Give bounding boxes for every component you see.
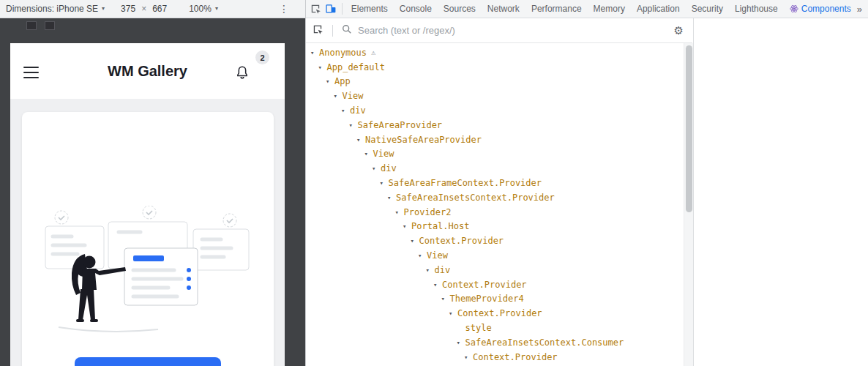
chevron-down-icon: ▾ [102,6,105,12]
tab-application[interactable]: Application [631,0,686,18]
component-name: SafeAreaProvider [358,120,443,130]
devtools-window: Dimensions: iPhone SE ▾ 375 × 667 100% ▾… [0,0,868,366]
expander-icon[interactable]: ▾ [387,194,396,201]
tab-lighthouse[interactable]: Lighthouse [729,0,784,18]
expander-icon[interactable]: ▾ [334,92,343,100]
devtools-panel: ElementsConsoleSourcesNetworkPerformance… [305,0,868,366]
tab-label: Sources [444,4,476,14]
expander-icon[interactable]: ▾ [364,150,373,157]
tree-node[interactable]: ▾SafeAreaProvider [306,118,684,132]
tree-node[interactable]: ▾div [306,103,684,118]
scrollbar[interactable] [684,43,693,366]
tab-network[interactable]: Network [482,0,525,18]
more-tabs-icon[interactable]: » [857,4,862,15]
react-logo-icon [790,4,798,13]
select-element-icon[interactable] [312,23,323,38]
tree-node[interactable]: ▾NativeSafeAreaProvider [306,132,684,147]
decoration-square [26,21,37,30]
expander-icon[interactable]: ▾ [464,354,473,361]
components-search-bar: Search (text or /regex/) ⚙ [306,18,692,43]
tab-label: Performance [531,4,582,14]
tree-node[interactable]: ▾Portal.Host [306,220,684,234]
device-height-input[interactable]: 667 [152,4,167,14]
settings-gear-icon[interactable]: ⚙ [674,24,684,37]
tree-node[interactable]: ▾App_default [306,60,684,75]
tree-node[interactable]: ▾Context.Provider [306,234,684,248]
tab-elements[interactable]: Elements [345,0,394,18]
component-tree: ▾Anonymous⚠▾App_default▾App▾View▾div▾Saf… [306,43,684,366]
tab-label: Lighthouse [735,4,778,14]
tree-node[interactable]: ▾View [306,147,684,162]
tree-node[interactable]: ▾Context.Provider [306,350,684,365]
device-toolbar-toggle-icon[interactable] [323,0,338,18]
component-name: SafeAreaInsetsContext.Provider [396,193,555,203]
devtools-tab-strip: ElementsConsoleSourcesNetworkPerformance… [345,0,857,18]
tree-node[interactable]: ▾SafeAreaInsetsContext.Consumer [306,335,684,350]
tree-node[interactable]: ▾div [306,263,684,277]
search-divider [332,25,333,37]
expander-icon[interactable]: ▾ [310,49,319,56]
tab-memory[interactable]: Memory [588,0,631,18]
notifications-bell-icon[interactable] [235,64,250,84]
expander-icon[interactable]: ▾ [395,209,404,216]
expander-icon[interactable]: ▾ [341,107,350,114]
expander-icon[interactable]: ▾ [441,295,450,302]
component-name: div [381,163,397,173]
expander-icon[interactable]: ▾ [418,252,427,259]
device-type-select[interactable]: Dimensions: iPhone SE ▾ [6,4,105,14]
device-type-label: Dimensions: iPhone SE [6,4,98,14]
tab-security[interactable]: Security [686,0,729,18]
dimension-separator: × [141,4,146,14]
tree-node[interactable]: ▾ThemeProvider4 [306,292,684,307]
tree-node[interactable]: ▾SafeAreaInsetsContext.Provider [306,190,684,205]
tree-node[interactable]: ▾Context.Provider [306,306,684,321]
tree-node[interactable]: ▾View [306,89,684,103]
tree-node[interactable]: ▾View [306,248,684,263]
tab-performance[interactable]: Performance [525,0,588,18]
tab-console[interactable]: Console [394,0,438,18]
component-name: Context.Provider [457,308,542,318]
component-name: SafeAreaFrameContext.Provider [389,178,542,188]
tree-node[interactable]: ▾SafeAreaFrameContext.Provider [306,176,684,190]
expander-icon[interactable]: ▾ [457,339,465,346]
component-name: ThemeProvider4 [450,294,524,304]
device-toolbar-menu-icon[interactable]: ⋮ [279,3,289,15]
expander-icon[interactable]: ▾ [449,310,457,317]
expander-icon[interactable]: ▾ [411,237,419,244]
devtools-tabbar: ElementsConsoleSourcesNetworkPerformance… [306,0,868,18]
tree-node[interactable]: ▾Context.Provider [306,277,684,292]
zoom-select[interactable]: 100% ▾ [189,4,218,14]
warning-icon: ⚠ [371,48,375,56]
component-name: div [435,265,451,275]
expander-icon[interactable]: ▾ [403,223,411,230]
tree-node[interactable]: ▾style [306,321,684,335]
tree-node[interactable]: ▾App [306,75,684,89]
component-name: App [334,76,351,86]
tab-sources[interactable]: Sources [438,0,482,18]
tree-node[interactable]: ▾div [306,161,684,176]
primary-action-button[interactable] [75,357,221,366]
component-name: Portal.Host [411,221,469,231]
component-name: View [427,250,448,261]
inspect-element-icon[interactable] [307,0,323,18]
search-input[interactable]: Search (text or /regex/) [358,25,668,36]
expander-icon[interactable]: ▾ [318,64,327,71]
expander-icon[interactable]: ▾ [349,122,358,129]
expander-icon[interactable]: ▾ [372,165,381,172]
zoom-value: 100% [189,4,212,14]
notification-badge: 2 [255,51,269,64]
expander-icon[interactable]: ▾ [426,266,435,274]
scrollbar-thumb[interactable] [686,45,692,212]
tab-label: Elements [351,4,388,14]
tree-node[interactable]: ▾Provider2 [306,205,684,220]
empty-state-illustration [38,206,258,341]
content-card [22,112,274,366]
expander-icon[interactable]: ▾ [380,179,389,187]
device-width-input[interactable]: 375 [121,4,135,14]
expander-icon[interactable]: ▾ [356,136,365,143]
expander-icon[interactable]: ▾ [326,78,334,85]
tab-components[interactable]: Components [784,0,857,18]
component-name: NativeSafeAreaProvider [365,135,482,145]
tree-node[interactable]: ▾Anonymous⚠ [306,45,684,60]
expander-icon[interactable]: ▾ [433,281,442,288]
